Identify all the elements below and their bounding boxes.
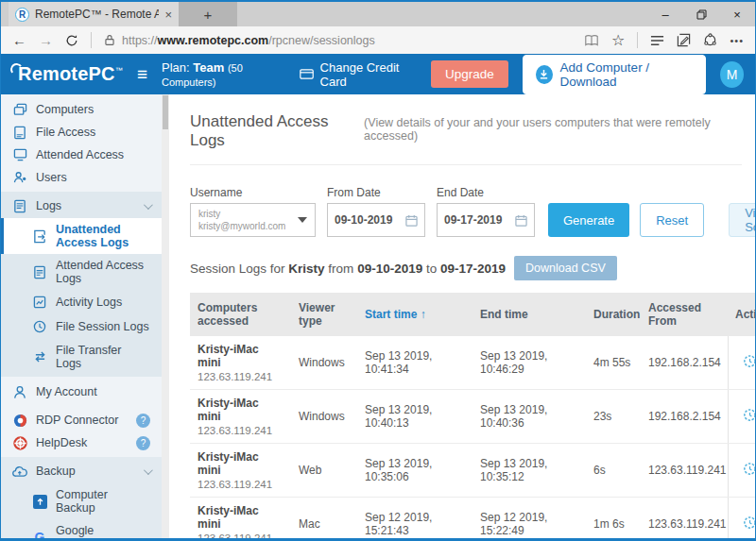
filter-form: Username kristykristy@myworld.com From D… [190, 184, 742, 237]
reading-view-button[interactable] [584, 34, 599, 47]
remotepc-logo[interactable]: RemotePC™ [12, 63, 123, 85]
reset-button[interactable]: Reset [640, 203, 704, 237]
sidebar-scrollbar[interactable] [162, 94, 169, 538]
main-content: Unattended Access Logs (View details of … [169, 94, 755, 538]
sidebar-item-file-session-logs[interactable]: File Session Logs [1, 314, 162, 339]
table-row: Kristy-iMac mini123.63.119.241 Windows S… [190, 390, 755, 444]
col-start-time[interactable]: Start time ↑ [357, 293, 472, 336]
sidebar-item-file-access[interactable]: File Access [1, 121, 162, 144]
sidebar-item-logs[interactable]: Logs [1, 194, 162, 218]
user-avatar[interactable]: M [720, 61, 744, 88]
from-date-field: From Date 09-10-2019 [327, 186, 437, 237]
divider [637, 32, 638, 48]
activity-history-icon[interactable] [743, 516, 755, 530]
duration: 23s [586, 390, 641, 444]
url-scheme: https:// [122, 34, 158, 47]
session-logs-table: Computers accessed Viewer type Start tim… [190, 293, 755, 538]
help-icon[interactable]: ? [136, 414, 150, 428]
help-icon[interactable]: ? [136, 436, 150, 450]
username-field: Username kristykristy@myworld.com [190, 186, 327, 237]
start-time: Sep 13 2019, 10:41:34 [357, 336, 472, 390]
minimize-button[interactable]: – [647, 2, 683, 26]
sort-ascending-icon[interactable]: ↑ [421, 308, 426, 321]
sidebar-item-google-workspace[interactable]: G Google Workspace [1, 519, 162, 538]
col-viewer-type: Viewer type [291, 293, 357, 336]
page-subtitle: (View details of your and your users com… [364, 116, 742, 143]
refresh-button[interactable] [65, 34, 78, 47]
table-row: Kristy-iMac mini123.63.119.241 Mac Sep 1… [190, 498, 755, 539]
sidebar-item-computer-backup[interactable]: Computer Backup [1, 483, 162, 519]
computer-ip: 123.63.119.241 [198, 479, 284, 490]
generate-button[interactable]: Generate [548, 203, 629, 237]
table-header-row: Computers accessed Viewer type Start tim… [190, 293, 755, 336]
activity-history-icon[interactable] [743, 354, 755, 368]
sidebar-item-rdp-connector[interactable]: RDP Connector ? [1, 409, 162, 431]
web-note-button[interactable] [677, 33, 691, 47]
sidebar-item-helpdesk[interactable]: HelpDesk ? [1, 431, 162, 454]
viewer-type: Windows [291, 336, 357, 390]
lock-icon [104, 34, 115, 46]
download-circle-icon [536, 65, 553, 84]
col-computers-accessed: Computers accessed [190, 293, 291, 336]
view-scheduled-button[interactable]: View Scheduled [729, 203, 755, 237]
sidebar-item-my-account[interactable]: My Account [1, 380, 162, 403]
users-icon [12, 170, 27, 185]
sidebar-item-file-transfer-logs[interactable]: File Transfer Logs [1, 339, 162, 375]
app-header: RemotePC™ ≡ Plan: Team (50 Computers) Ch… [1, 54, 755, 94]
doc-arrow-icon [32, 228, 47, 244]
url-field[interactable]: https://www.remotepc.com/rpcnew/sessionl… [104, 34, 572, 47]
computer-ip: 123.63.119.241 [198, 533, 284, 538]
doc-lines-icon [32, 264, 47, 279]
sidebar-item-unattended-access-logs[interactable]: Unattended Access Logs [1, 218, 162, 254]
sidebar-item-attended-access-logs[interactable]: Attended Access Logs [1, 254, 162, 290]
menu-hamburger-icon[interactable]: ≡ [137, 65, 147, 83]
calendar-icon[interactable] [405, 214, 418, 227]
end-time: Sep 13 2019, 10:35:12 [472, 444, 586, 498]
add-computer-download-button[interactable]: Add Computer / Download [523, 55, 706, 94]
change-credit-card-button[interactable]: Change Credit Card [300, 60, 418, 89]
hub-button[interactable] [650, 35, 664, 46]
sidebar-item-attended-access[interactable]: Attended Access [1, 144, 162, 166]
username-select[interactable]: kristykristy@myworld.com [190, 203, 316, 237]
end-date-input[interactable]: 09-17-2019 [437, 203, 535, 237]
col-end-time: End time [472, 293, 586, 336]
table-row: Kristy-iMac mini123.63.119.241 Web Sep 1… [190, 444, 755, 498]
accessed-from: 123.63.119.241 [641, 498, 728, 539]
download-csv-button[interactable]: Download CSV [514, 256, 617, 280]
sidebar-item-backup[interactable]: Backup [1, 459, 162, 483]
end-time: Sep 13 2019, 10:46:29 [472, 336, 586, 390]
from-date-input[interactable]: 09-10-2019 [327, 203, 425, 237]
more-actions-button[interactable]: ••• [730, 35, 744, 46]
restore-icon [696, 9, 707, 20]
duration: 1m 6s [586, 498, 641, 539]
new-tab-button[interactable]: + [179, 2, 237, 26]
tab-title: RemotePC™ - Remote Access Lo [35, 8, 159, 21]
calendar-icon[interactable] [515, 214, 527, 227]
url-host: www.remotepc.com [158, 34, 269, 47]
monitor-icon [12, 147, 27, 162]
sidebar-item-users[interactable]: Users [1, 166, 162, 189]
viewer-type: Windows [291, 390, 357, 444]
sidebar-item-computers[interactable]: Computers [1, 98, 162, 121]
scrollbar-thumb[interactable] [163, 95, 168, 129]
activity-history-icon[interactable] [743, 462, 755, 476]
end-time: Sep 13 2019, 10:40:36 [472, 390, 586, 444]
close-window-button[interactable]: × [719, 2, 755, 26]
browser-tab[interactable]: R RemotePC™ - Remote Access Lo × [9, 2, 179, 26]
favorites-star-button[interactable]: ☆ [611, 31, 625, 49]
tab-close-icon[interactable]: × [164, 8, 172, 22]
sidebar-item-activity-logs[interactable]: Activity Logs [1, 290, 162, 314]
back-button[interactable]: ← [12, 33, 26, 47]
accessed-from: 192.168.2.154 [641, 390, 728, 444]
url-path: /rpcnew/sessionlogs [268, 34, 375, 47]
share-button[interactable] [703, 33, 717, 47]
upgrade-button[interactable]: Upgrade [431, 60, 508, 88]
clock-icon [32, 319, 47, 334]
col-activity: Activity [728, 293, 755, 336]
activity-history-icon[interactable] [743, 408, 755, 422]
browser-window: R RemotePC™ - Remote Access Lo × + – × ←… [0, 0, 756, 541]
session-to-date: 09-17-2019 [440, 262, 506, 276]
username-label: Username [190, 186, 327, 199]
restore-button[interactable] [683, 2, 719, 26]
forward-button[interactable]: → [39, 33, 53, 47]
